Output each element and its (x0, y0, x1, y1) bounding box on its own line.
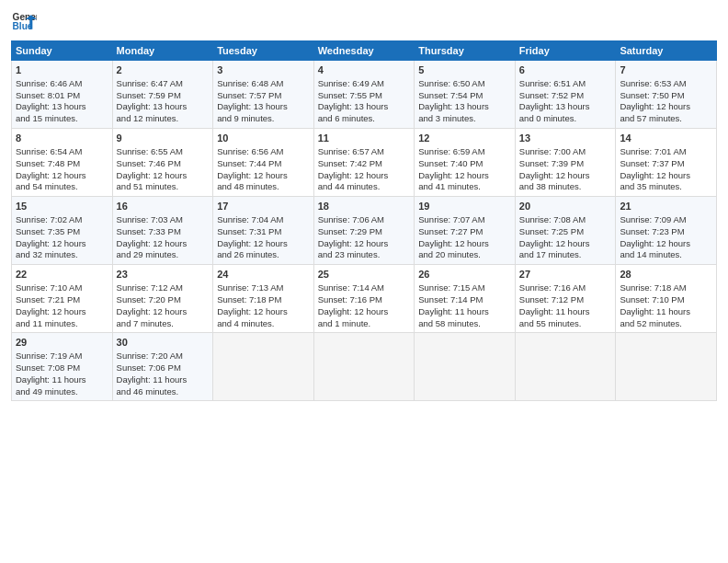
cell-2-1: 16Sunrise: 7:03 AMSunset: 7:33 PMDayligh… (112, 197, 213, 265)
logo-icon: General Blue (11, 9, 37, 35)
day-number: 10 (217, 132, 310, 145)
day-number: 24 (217, 268, 310, 282)
cell-0-2: 3Sunrise: 6:48 AMSunset: 7:57 PMDaylight… (213, 61, 314, 129)
day-number: 25 (318, 268, 411, 282)
cell-1-2: 10Sunrise: 6:56 AMSunset: 7:44 PMDayligh… (213, 129, 314, 197)
cell-1-6: 14Sunrise: 7:01 AMSunset: 7:37 PMDayligh… (616, 129, 717, 197)
day-number: 29 (16, 336, 108, 350)
cell-0-3: 4Sunrise: 6:49 AMSunset: 7:55 PMDaylight… (313, 61, 415, 129)
day-number: 4 (318, 63, 411, 77)
day-number: 3 (217, 63, 310, 77)
day-number: 15 (16, 200, 108, 213)
day-number: 30 (117, 336, 210, 350)
cell-4-3 (313, 333, 415, 401)
page-header: General Blue (11, 9, 717, 35)
col-header-tuesday: Tuesday (213, 41, 314, 61)
cell-0-4: 5Sunrise: 6:50 AMSunset: 7:54 PMDaylight… (415, 61, 516, 129)
week-row-0: 1Sunrise: 6:46 AMSunset: 8:01 PMDaylight… (12, 61, 717, 129)
cell-2-3: 18Sunrise: 7:06 AMSunset: 7:29 PMDayligh… (313, 197, 415, 265)
cell-3-4: 26Sunrise: 7:15 AMSunset: 7:14 PMDayligh… (415, 265, 516, 333)
cell-2-2: 17Sunrise: 7:04 AMSunset: 7:31 PMDayligh… (213, 197, 314, 265)
day-number: 12 (418, 132, 511, 145)
week-row-2: 15Sunrise: 7:02 AMSunset: 7:35 PMDayligh… (12, 197, 717, 265)
day-number: 26 (418, 268, 511, 282)
cell-4-4 (415, 333, 516, 401)
col-header-saturday: Saturday (616, 41, 717, 61)
day-number: 14 (620, 132, 712, 145)
cell-1-0: 8Sunrise: 6:54 AMSunset: 7:48 PMDaylight… (12, 129, 113, 197)
day-number: 27 (519, 268, 612, 282)
day-number: 9 (117, 132, 210, 145)
cell-0-1: 2Sunrise: 6:47 AMSunset: 7:59 PMDaylight… (112, 61, 213, 129)
cell-4-6 (616, 333, 717, 401)
week-row-3: 22Sunrise: 7:10 AMSunset: 7:21 PMDayligh… (12, 265, 717, 333)
col-header-sunday: Sunday (12, 41, 113, 61)
day-number: 19 (418, 200, 511, 213)
cell-4-0: 29Sunrise: 7:19 AMSunset: 7:08 PMDayligh… (12, 333, 113, 401)
week-row-1: 8Sunrise: 6:54 AMSunset: 7:48 PMDaylight… (12, 129, 717, 197)
cell-3-1: 23Sunrise: 7:12 AMSunset: 7:20 PMDayligh… (112, 265, 213, 333)
col-header-thursday: Thursday (415, 41, 516, 61)
logo: General Blue (11, 9, 37, 35)
cell-3-6: 28Sunrise: 7:18 AMSunset: 7:10 PMDayligh… (616, 265, 717, 333)
day-number: 7 (620, 63, 712, 77)
day-number: 22 (16, 268, 108, 282)
cell-3-3: 25Sunrise: 7:14 AMSunset: 7:16 PMDayligh… (313, 265, 415, 333)
day-number: 17 (217, 200, 310, 213)
day-number: 28 (620, 268, 712, 282)
cell-0-6: 7Sunrise: 6:53 AMSunset: 7:50 PMDaylight… (616, 61, 717, 129)
cell-0-0: 1Sunrise: 6:46 AMSunset: 8:01 PMDaylight… (12, 61, 113, 129)
cell-2-0: 15Sunrise: 7:02 AMSunset: 7:35 PMDayligh… (12, 197, 113, 265)
day-number: 1 (16, 63, 108, 77)
cell-4-2 (213, 333, 314, 401)
col-header-monday: Monday (112, 41, 213, 61)
day-number: 13 (519, 132, 612, 145)
cell-4-1: 30Sunrise: 7:20 AMSunset: 7:06 PMDayligh… (112, 333, 213, 401)
day-number: 20 (519, 200, 612, 213)
cell-1-4: 12Sunrise: 6:59 AMSunset: 7:40 PMDayligh… (415, 129, 516, 197)
day-number: 8 (16, 132, 108, 145)
cell-4-5 (515, 333, 616, 401)
day-number: 16 (117, 200, 210, 213)
cell-3-2: 24Sunrise: 7:13 AMSunset: 7:18 PMDayligh… (213, 265, 314, 333)
cell-0-5: 6Sunrise: 6:51 AMSunset: 7:52 PMDaylight… (515, 61, 616, 129)
week-row-4: 29Sunrise: 7:19 AMSunset: 7:08 PMDayligh… (12, 333, 717, 401)
day-number: 18 (318, 200, 411, 213)
calendar-table: SundayMondayTuesdayWednesdayThursdayFrid… (11, 40, 717, 401)
day-number: 23 (117, 268, 210, 282)
cell-3-5: 27Sunrise: 7:16 AMSunset: 7:12 PMDayligh… (515, 265, 616, 333)
day-number: 6 (519, 63, 612, 77)
cell-1-5: 13Sunrise: 7:00 AMSunset: 7:39 PMDayligh… (515, 129, 616, 197)
cell-2-4: 19Sunrise: 7:07 AMSunset: 7:27 PMDayligh… (415, 197, 516, 265)
cell-3-0: 22Sunrise: 7:10 AMSunset: 7:21 PMDayligh… (12, 265, 113, 333)
day-number: 2 (117, 63, 210, 77)
cell-2-6: 21Sunrise: 7:09 AMSunset: 7:23 PMDayligh… (616, 197, 717, 265)
col-header-friday: Friday (515, 41, 616, 61)
cell-1-3: 11Sunrise: 6:57 AMSunset: 7:42 PMDayligh… (313, 129, 415, 197)
day-number: 21 (620, 200, 712, 213)
cell-2-5: 20Sunrise: 7:08 AMSunset: 7:25 PMDayligh… (515, 197, 616, 265)
day-number: 11 (318, 132, 411, 145)
header-row: SundayMondayTuesdayWednesdayThursdayFrid… (12, 41, 717, 61)
day-number: 5 (418, 63, 511, 77)
cell-1-1: 9Sunrise: 6:55 AMSunset: 7:46 PMDaylight… (112, 129, 213, 197)
col-header-wednesday: Wednesday (313, 41, 415, 61)
